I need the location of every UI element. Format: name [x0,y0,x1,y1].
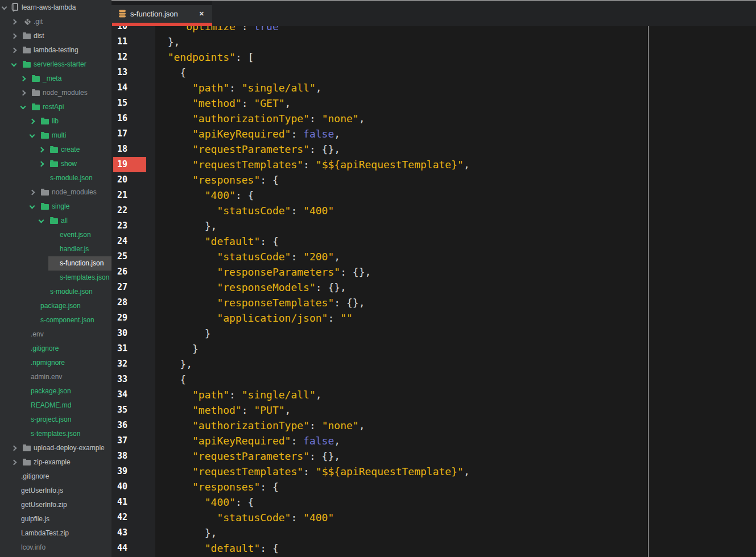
code-line-19[interactable]: 19 "requestTemplates": "$${apiRequestTem… [111,157,756,172]
tree-item-gitignore[interactable]: .gitignore [0,342,111,356]
tree-item-package-json[interactable]: package.json [0,384,111,398]
line-number-15[interactable]: 15 [111,95,155,111]
code-line-23[interactable]: 23 }, [111,218,756,234]
chevron-down-icon[interactable] [20,104,26,110]
code-line-35[interactable]: 35 "method": "PUT", [111,402,756,418]
tree-item-learn-aws-lambda[interactable]: learn-aws-lambda [0,1,111,15]
line-number-13[interactable]: 13 [111,65,155,80]
code-line-33[interactable]: 33 { [111,372,756,387]
chevron-right-icon[interactable] [39,147,44,153]
tree-item-node-modules[interactable]: node_modules [0,86,111,100]
tree-item-node-modules[interactable]: node_modules [0,185,111,199]
tree-item-serverless-starter[interactable]: serverless-starter [0,57,111,72]
line-number-27[interactable]: 27 [111,280,155,295]
line-number-36[interactable]: 36 [111,418,155,433]
line-number-32[interactable]: 32 [111,356,155,372]
code-line-43[interactable]: 43 }, [111,525,756,541]
code-line-14[interactable]: 14 "path": "single/all", [111,80,756,95]
line-number-33[interactable]: 33 [111,372,155,387]
code-line-39[interactable]: 39 "requestTemplates": "$${apiRequestTem… [111,464,756,479]
line-number-26[interactable]: 26 [111,264,155,280]
line-number-25[interactable]: 25 [111,249,155,264]
code-line-18[interactable]: 18 "requestParameters": {}, [111,142,756,157]
code-line-30[interactable]: 30 } [111,326,756,341]
code-line-42[interactable]: 42 "statusCode": "400" [111,510,756,525]
chevron-right-icon[interactable] [39,161,44,167]
tree-item-gitignore[interactable]: .gitignore [0,469,111,484]
code-line-12[interactable]: 12 "endpoints": [ [111,49,756,65]
chevron-right-icon[interactable] [20,76,26,82]
line-number-29[interactable]: 29 [111,310,155,326]
tree-item-s-function-json[interactable]: s-function.json [0,256,111,271]
line-number-21[interactable]: 21 [111,188,155,203]
chevron-right-icon[interactable] [11,460,17,465]
code-line-26[interactable]: 26 "responseParameters": {}, [111,264,756,280]
line-number-16[interactable]: 16 [111,111,155,126]
line-number-39[interactable]: 39 [111,464,155,479]
tree-item-multi[interactable]: multi [0,128,111,143]
chevron-right-icon[interactable] [30,190,35,196]
code-line-17[interactable]: 17 "apiKeyRequired": false, [111,126,756,142]
code-line-36[interactable]: 36 "authorizationType": "none", [111,418,756,433]
code-line-32[interactable]: 32 }, [111,356,756,372]
code-line-15[interactable]: 15 "method": "GET", [111,95,756,111]
line-number-17[interactable]: 17 [111,126,155,142]
tree-item-lib[interactable]: lib [0,114,111,128]
line-number-31[interactable]: 31 [111,341,155,356]
tree-item-handler-js[interactable]: handler.js [0,242,111,256]
code-line-34[interactable]: 34 "path": "single/all", [111,387,756,402]
tree-item-lcov-info[interactable]: lcov.info [0,541,111,555]
line-number-38[interactable]: 38 [111,448,155,464]
tree-item-dist[interactable]: dist [0,29,111,43]
tree-item-npmignore[interactable]: .npmignore [0,356,111,370]
line-number-10[interactable]: 10 [111,26,155,34]
chevron-down-icon[interactable] [39,218,44,223]
code-line-27[interactable]: 27 "responseModels": {}, [111,280,756,295]
line-number-44[interactable]: 44 [111,541,155,556]
close-icon[interactable]: ✕ [199,5,204,23]
line-number-30[interactable]: 30 [111,326,155,341]
code-line-24[interactable]: 24 "default": { [111,234,756,249]
tree-item-s-module-json[interactable]: s-module.json [0,171,111,185]
tree-item-env[interactable]: .env [0,327,111,342]
code-line-25[interactable]: 25 "statusCode": "200", [111,249,756,264]
line-number-43[interactable]: 43 [111,525,155,541]
line-number-18[interactable]: 18 [111,142,155,157]
chevron-down-icon[interactable] [2,5,7,10]
chevron-right-icon[interactable] [11,34,17,39]
chevron-right-icon[interactable] [11,48,17,53]
code-line-10[interactable]: 10 "optimize": true [111,26,756,34]
code-line-38[interactable]: 38 "requestParameters": {}, [111,448,756,464]
tree-item-gulpfile-js[interactable]: gulpfile.js [0,512,111,526]
tree-item-readme-md[interactable]: README.md [0,398,111,413]
code-line-13[interactable]: 13 { [111,65,756,80]
code-line-29[interactable]: 29 "application/json": "" [111,310,756,326]
tree-item-s-module-json[interactable]: s-module.json [0,285,111,299]
tree-item-event-json[interactable]: event.json [0,228,111,242]
tree-item-s-templates-json[interactable]: s-templates.json [0,427,111,441]
tree-item-zip-example[interactable]: zip-example [0,455,111,469]
code-line-11[interactable]: 11 }, [111,34,756,49]
tree-item-s-templates-json[interactable]: s-templates.json [0,271,111,285]
code-line-37[interactable]: 37 "apiKeyRequired": false, [111,433,756,448]
line-number-24[interactable]: 24 [111,234,155,249]
line-number-34[interactable]: 34 [111,387,155,402]
code-editor[interactable]: 10 "optimize": true11 },12 "endpoints": … [111,26,756,557]
line-number-22[interactable]: 22 [111,203,155,218]
chevron-right-icon[interactable] [30,119,35,124]
tree-item-single[interactable]: single [0,199,111,214]
line-number-35[interactable]: 35 [111,402,155,418]
tree-item-create[interactable]: create [0,143,111,157]
chevron-down-icon[interactable] [30,132,35,138]
line-number-23[interactable]: 23 [111,218,155,234]
tree-item-restapi[interactable]: restApi [0,100,111,114]
line-number-40[interactable]: 40 [111,479,155,494]
line-number-42[interactable]: 42 [111,510,155,525]
tree-item-admin-env[interactable]: admin.env [0,370,111,384]
tree-item-upload-deploy-example[interactable]: upload-deploy-example [0,441,111,455]
code-line-21[interactable]: 21 "400": { [111,188,756,203]
line-number-41[interactable]: 41 [111,494,155,510]
chevron-right-icon[interactable] [11,446,17,451]
tree-item-getuserinfo-js[interactable]: getUserInfo.js [0,484,111,498]
tab-s-function-json[interactable]: s-function.json ✕ [111,5,212,23]
